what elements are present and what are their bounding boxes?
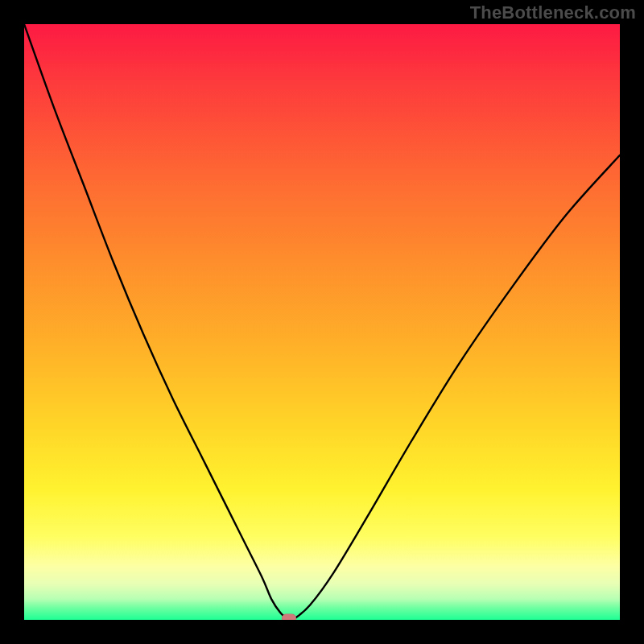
optimum-marker — [282, 613, 296, 620]
plot-area — [24, 24, 620, 620]
bottleneck-curve — [24, 24, 620, 620]
watermark-text: TheBottleneck.com — [470, 2, 636, 23]
chart-frame: TheBottleneck.com — [0, 0, 644, 644]
